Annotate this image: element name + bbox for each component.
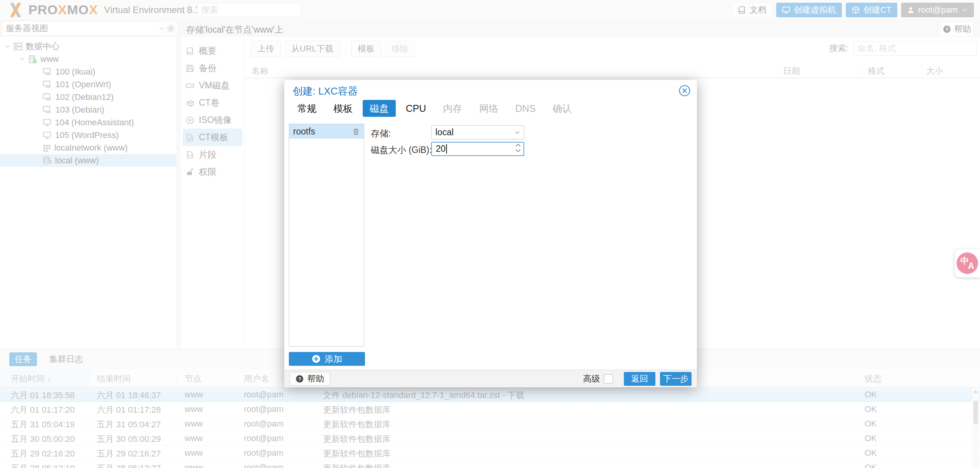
- scrollbar-thumb[interactable]: [973, 400, 978, 424]
- tree-item[interactable]: 102 (Debian12): [0, 91, 176, 103]
- task-row[interactable]: 五月 29 02:16:20五月 29 02:16:27wwwroot@pam更…: [0, 446, 980, 460]
- disk-size-label: 磁盘大小 (GiB):: [371, 144, 432, 156]
- create-ct-button[interactable]: 创建CT: [846, 3, 897, 17]
- translate-button[interactable]: 中 A: [957, 252, 978, 274]
- user-icon: [907, 6, 915, 14]
- add-mount-button[interactable]: 添加: [289, 352, 365, 366]
- view-selector-combo[interactable]: 服务器视图: [2, 21, 169, 36]
- tree-item[interactable]: www: [0, 53, 176, 65]
- disk-size-input[interactable]: 20: [431, 142, 524, 156]
- tree-item-label: 102 (Debian12): [55, 92, 114, 102]
- task-row[interactable]: 六月 01 01:17:20六月 01 01:17:28wwwroot@pam更…: [0, 402, 980, 417]
- translate-fab-container: 中 A: [955, 249, 980, 277]
- nav-item-概要[interactable]: 概要: [183, 42, 242, 60]
- task-panel-tab-集群日志[interactable]: 集群日志: [44, 352, 88, 366]
- remove-button[interactable]: 移除: [385, 41, 415, 57]
- task-cell-end: 五月 30 05:00:29: [97, 433, 161, 445]
- content-table-header: 名称 日期 格式 大小: [245, 62, 980, 78]
- nav-item-ISO镜像[interactable]: ISO镜像: [183, 111, 242, 129]
- task-cell-start: 五月 28 05:12:19: [11, 463, 75, 468]
- tree-item-label: 105 (WordPress): [55, 130, 119, 140]
- column-header-size[interactable]: 大小: [926, 65, 943, 77]
- task-cell-user: root@pam: [244, 404, 283, 414]
- column-header-status[interactable]: 状态: [865, 373, 882, 385]
- column-header-name[interactable]: 名称: [252, 65, 268, 77]
- nav-item-label: 片段: [199, 149, 217, 161]
- scroll-up-icon[interactable]: [973, 390, 978, 393]
- close-icon[interactable]: [678, 85, 691, 97]
- trash-icon[interactable]: [352, 128, 360, 136]
- column-header-user[interactable]: 用户名: [244, 373, 269, 385]
- dialog-tab-内存[interactable]: 内存: [436, 100, 469, 117]
- column-header-date[interactable]: 日期: [783, 65, 800, 77]
- dialog-help-button[interactable]: ? 帮助: [290, 372, 330, 386]
- tree-item-label: 101 (OpenWrt): [55, 80, 111, 90]
- dialog-tab-确认[interactable]: 确认: [546, 100, 579, 117]
- vertical-scrollbar[interactable]: [972, 387, 979, 468]
- tree-item[interactable]: local (www): [0, 154, 176, 167]
- tree-item[interactable]: 100 (Ikuai): [0, 65, 176, 78]
- dialog-tab-CPU[interactable]: CPU: [399, 100, 433, 117]
- task-row[interactable]: 五月 31 05:04:19五月 31 05:04:27wwwroot@pam更…: [0, 417, 980, 431]
- storage-select[interactable]: local: [431, 125, 524, 139]
- column-header-format[interactable]: 格式: [868, 65, 885, 77]
- user-menu-button[interactable]: root@pam: [901, 3, 974, 17]
- task-row[interactable]: 六月 01 18:35:58六月 01 18:46:37wwwroot@pam文…: [0, 387, 980, 402]
- dialog-tab-网络[interactable]: 网络: [472, 100, 505, 117]
- nav-item-备份[interactable]: 备份: [183, 60, 242, 77]
- advanced-label: 高级: [583, 373, 600, 385]
- templates-button[interactable]: 模板: [351, 41, 381, 57]
- dialog-tab-磁盘[interactable]: 磁盘: [363, 100, 396, 117]
- tree-item-label: localnetwork (www): [54, 143, 128, 153]
- upload-button[interactable]: 上传: [251, 41, 281, 57]
- tree-item[interactable]: 103 (Debian): [0, 103, 176, 116]
- nav-item-label: 备份: [199, 62, 217, 74]
- chevron-down-icon: [514, 129, 521, 136]
- task-cell-node: www: [185, 463, 203, 468]
- advanced-checkbox[interactable]: [604, 374, 613, 383]
- dialog-tab-DNS[interactable]: DNS: [508, 100, 543, 117]
- unlock-icon: [186, 168, 194, 176]
- next-button[interactable]: 下一步: [660, 372, 692, 386]
- nav-item-CT模板[interactable]: CT模板: [183, 129, 242, 146]
- dialog-tab-常规[interactable]: 常规: [290, 100, 323, 117]
- nav-item-CT卷[interactable]: CT卷: [183, 94, 242, 111]
- task-cell-node: www: [185, 404, 203, 414]
- back-button[interactable]: 返回: [624, 372, 655, 386]
- tree-item[interactable]: 101 (OpenWrt): [0, 78, 176, 91]
- nav-item-VM磁盘[interactable]: VM磁盘: [183, 77, 242, 94]
- task-panel-tab-任务[interactable]: 任务: [9, 352, 37, 366]
- global-search-input[interactable]: [197, 3, 302, 17]
- documentation-button[interactable]: 文档: [732, 3, 772, 17]
- floppy-icon: [186, 64, 194, 73]
- tree-item[interactable]: localnetwork (www): [0, 141, 176, 154]
- tree-item-label: 103 (Debian): [55, 105, 104, 115]
- tree-item[interactable]: 104 (HomeAssistant): [0, 116, 176, 129]
- tree-item[interactable]: 105 (WordPress): [0, 129, 176, 141]
- content-filter: 搜索:: [829, 41, 977, 56]
- task-cell-status: OK: [865, 433, 877, 443]
- tree-item[interactable]: 数据中心: [0, 40, 176, 53]
- nav-item-权限[interactable]: 权限: [183, 163, 242, 181]
- logo-text: PROXMOX: [28, 2, 98, 17]
- spinner-buttons[interactable]: [515, 143, 521, 153]
- nav-item-片段[interactable]: 片段: [183, 146, 242, 163]
- task-table-body: 六月 01 18:35:58六月 01 18:46:37wwwroot@pam文…: [0, 387, 980, 468]
- filter-input[interactable]: [853, 41, 977, 56]
- task-row[interactable]: 五月 30 05:00:20五月 30 05:00:29wwwroot@pam更…: [0, 431, 980, 446]
- download-from-url-button[interactable]: 从URL下载: [285, 41, 340, 57]
- spin-up-icon: [515, 143, 521, 147]
- tree-expander-icon[interactable]: [19, 56, 25, 62]
- nav-item-label: CT模板: [199, 131, 228, 143]
- task-row[interactable]: 五月 28 05:12:19五月 28 05:12:27wwwroot@pam更…: [0, 460, 980, 468]
- mount-item[interactable]: rootfs: [289, 124, 364, 139]
- column-header-end[interactable]: 结束时间: [97, 373, 131, 385]
- tree-settings-button[interactable]: [163, 21, 178, 36]
- help-button-top[interactable]: ? 帮助: [940, 22, 974, 37]
- dialog-tab-模板[interactable]: 模板: [327, 100, 360, 117]
- column-header-node[interactable]: 节点: [185, 373, 202, 385]
- task-cell-node: www: [185, 433, 203, 443]
- create-vm-button[interactable]: 创建虚拟机: [776, 3, 842, 17]
- column-header-start[interactable]: 开始时间 ↓: [11, 373, 51, 385]
- tree-expander-icon[interactable]: [5, 43, 10, 49]
